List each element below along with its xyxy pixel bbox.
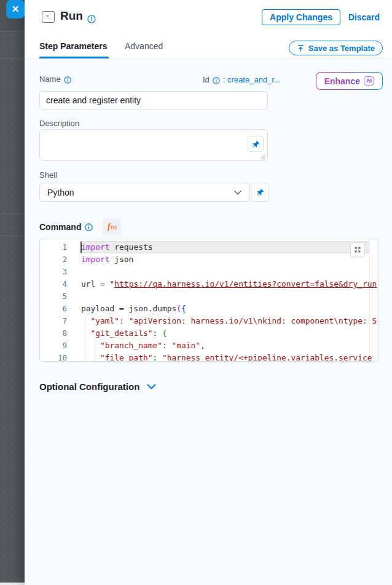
command-info-icon[interactable] <box>85 221 93 233</box>
code-line[interactable]: 7 "yaml": "apiVersion: harness.io/v1\nki… <box>40 315 378 327</box>
line-number: 5 <box>40 290 67 303</box>
pipeline-canvas-strip <box>0 0 25 585</box>
drawer-header: >_ Run Apply Changes Discard <box>25 0 392 36</box>
enhance-ai-button[interactable]: Enhance AI <box>316 72 383 90</box>
description-textarea[interactable] <box>39 129 268 161</box>
description-pin-button[interactable] <box>248 136 264 152</box>
step-config-drawer: >_ Run Apply Changes Discard Step Parame… <box>25 0 392 585</box>
code-line[interactable]: 8 "git_details": { <box>40 327 378 340</box>
name-label: Name <box>39 74 61 84</box>
fx-sub-label: (x) <box>111 225 117 230</box>
code-line[interactable]: 9 "branch_name": "main", <box>40 340 378 352</box>
id-value[interactable]: : create_and_r... <box>223 75 281 84</box>
chevron-down-icon <box>147 384 156 390</box>
description-label: Description <box>39 119 79 128</box>
expression-fx-button[interactable]: f(x) <box>103 218 121 236</box>
ai-badge: AI <box>364 76 374 86</box>
line-number: 7 <box>40 315 67 327</box>
code-line[interactable]: 10 "file_path": "harness_entity/<+pipeli… <box>40 352 378 362</box>
shell-label: Shell <box>39 170 57 180</box>
tab-advanced[interactable]: Advanced <box>125 41 163 51</box>
code-line[interactable]: 5 <box>40 290 378 303</box>
command-label: Command <box>39 222 81 232</box>
optional-configuration-toggle[interactable]: Optional Configuration <box>39 381 156 392</box>
active-tab-underline <box>39 57 109 58</box>
canvas-bottom-edge <box>0 583 25 585</box>
name-label-row: Name <box>39 74 71 84</box>
line-number: 1 <box>40 241 67 253</box>
line-number: 2 <box>40 253 67 266</box>
line-number: 10 <box>40 352 67 362</box>
chevron-down-icon <box>234 190 241 195</box>
code-line[interactable]: 4url = "https://qa.harness.io/v1/entitie… <box>40 278 378 290</box>
line-number: 8 <box>40 327 67 340</box>
page-title: Run <box>60 9 83 23</box>
close-drawer-button[interactable]: ✕ <box>6 0 25 18</box>
canvas-divider <box>0 58 25 59</box>
upload-icon <box>297 44 305 52</box>
id-row: Id : create_and_r... <box>203 75 281 84</box>
shell-select[interactable]: Python <box>39 183 249 202</box>
tab-bar: Step Parameters Advanced Save as Templat… <box>25 36 392 59</box>
command-label-row: Command f(x) <box>39 218 121 236</box>
canvas-divider <box>0 236 25 236</box>
code-line[interactable]: 6payload = json.dumps({ <box>40 303 378 315</box>
run-step-terminal-icon: >_ <box>42 11 55 23</box>
line-number: 6 <box>40 303 67 315</box>
fullscreen-expand-icon <box>354 246 361 253</box>
tab-step-parameters[interactable]: Step Parameters <box>39 41 108 51</box>
fx-label: f <box>108 222 111 232</box>
discard-button[interactable]: Discard <box>348 12 380 22</box>
name-info-icon[interactable] <box>64 74 71 84</box>
code-lines: 1import requests2import json34url = "htt… <box>40 241 378 362</box>
id-info-icon[interactable] <box>213 75 220 84</box>
save-as-template-button[interactable]: Save as Template <box>289 41 383 55</box>
textarea-resize-handle[interactable] <box>261 154 266 159</box>
pin-icon <box>256 188 264 196</box>
close-icon: ✕ <box>12 4 20 14</box>
save-as-template-label: Save as Template <box>308 44 375 53</box>
id-label: Id <box>203 75 210 84</box>
name-input[interactable] <box>39 91 268 109</box>
canvas-divider <box>0 213 25 214</box>
code-line[interactable]: 3 <box>40 266 378 278</box>
run-info-icon[interactable] <box>87 13 96 24</box>
line-number: 4 <box>40 278 67 290</box>
expand-editor-button[interactable] <box>350 242 365 257</box>
shell-pin-button[interactable] <box>251 183 269 202</box>
line-number: 9 <box>40 340 67 352</box>
code-line[interactable]: 2import json <box>40 253 378 266</box>
canvas-divider <box>0 31 25 31</box>
line-number: 3 <box>40 266 67 278</box>
optional-configuration-label: Optional Configuration <box>39 381 139 392</box>
shell-selected-value: Python <box>47 188 74 197</box>
enhance-label: Enhance <box>324 76 360 86</box>
pin-icon <box>252 140 260 148</box>
command-code-editor[interactable]: 1import requests2import json34url = "htt… <box>39 239 378 362</box>
text-cursor <box>80 242 82 253</box>
apply-changes-button[interactable]: Apply Changes <box>262 9 340 25</box>
code-line[interactable]: 1import requests <box>40 241 378 253</box>
